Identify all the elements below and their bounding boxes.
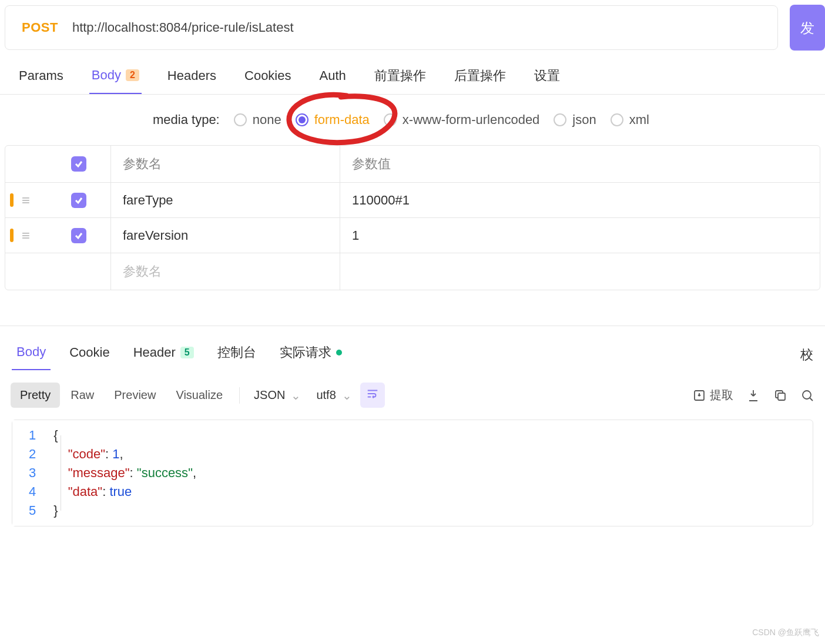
line-gutter: 12345 [12,420,44,526]
table-row: ≡ fareVersion 1 [5,217,820,253]
param-value-placeholder[interactable] [340,253,820,290]
encoding-select[interactable]: utf8 ⌄ [309,388,358,402]
extract-button[interactable]: 提取 [692,387,733,403]
radio-xml[interactable]: xml [611,112,649,128]
search-icon[interactable] [800,388,814,402]
response-tabs: Body Cookie Header 5 控制台 实际请求 校 [0,334,825,371]
send-button[interactable]: 发 [790,5,825,51]
param-name-placeholder[interactable]: 参数名 [111,253,340,290]
checkbox-row[interactable] [71,193,86,208]
header-param-value: 参数值 [340,146,820,182]
tab-post-request[interactable]: 后置操作 [452,67,508,94]
body-count-badge: 2 [126,69,139,81]
param-value-cell[interactable]: 110000#1 [340,183,820,217]
svg-point-2 [803,391,811,399]
tab-cookies[interactable]: Cookies [242,67,293,94]
wrap-toggle-button[interactable] [360,383,385,408]
status-dot-icon [336,350,342,355]
fmt-visualize[interactable]: Visualize [166,383,232,408]
param-name-cell[interactable]: fareVersion [111,218,340,253]
header-param-name: 参数名 [111,146,340,182]
fmt-pretty[interactable]: Pretty [11,383,60,408]
download-icon[interactable] [746,388,760,402]
resp-tab-console[interactable]: 控制台 [213,339,261,371]
tab-body[interactable]: Body 2 [89,67,142,94]
resp-tab-body[interactable]: Body [12,340,51,370]
response-body-code[interactable]: 12345 { "code": 1, "message": "success",… [12,420,813,526]
chevron-down-icon: ⌄ [342,388,352,402]
media-type-row: media type: none form-data x-www-form-ur… [0,95,825,145]
drag-handle-icon[interactable]: ≡ [22,227,30,244]
request-url-bar: POST http://localhost:8084/price-rule/is… [5,5,825,51]
table-header-row: 参数名 参数值 [5,146,820,182]
param-name-cell[interactable]: fareType [111,183,340,217]
tab-auth[interactable]: Auth [317,67,348,94]
params-table: 参数名 参数值 ≡ fareType 110000#1 ≡ fareVersio… [5,145,820,290]
param-value-cell[interactable]: 1 [340,218,820,253]
url-input-box[interactable]: POST http://localhost:8084/price-rule/is… [5,5,778,50]
radio-form-data[interactable]: form-data [296,112,370,128]
code-content[interactable]: { "code": 1, "message": "success", "data… [44,420,813,526]
radio-none[interactable]: none [234,112,281,128]
fmt-preview[interactable]: Preview [105,383,165,408]
checkbox-row[interactable] [71,228,86,243]
tab-headers[interactable]: Headers [165,67,219,94]
svg-rect-1 [778,393,785,400]
chevron-down-icon: ⌄ [291,388,301,402]
copy-icon[interactable] [773,388,787,402]
resp-right-label[interactable]: 校 [800,346,813,364]
drag-handle-icon[interactable]: ≡ [22,192,30,209]
tab-pre-request[interactable]: 前置操作 [372,67,428,94]
url-text[interactable]: http://localhost:8084/price-rule/isLates… [72,20,294,35]
request-tabs: Params Body 2 Headers Cookies Auth 前置操作 … [0,51,825,95]
resp-tab-cookie[interactable]: Cookie [65,340,114,370]
http-method[interactable]: POST [22,20,58,35]
radio-json[interactable]: json [554,112,596,128]
checkbox-all[interactable] [71,156,86,172]
table-row-new: 参数名 [5,253,820,290]
resp-tab-header[interactable]: Header 5 [129,340,199,370]
media-type-label: media type: [153,112,220,128]
radio-urlencoded[interactable]: x-www-form-urlencoded [384,112,540,128]
tab-params[interactable]: Params [16,67,66,94]
tab-settings[interactable]: 设置 [532,67,562,94]
fmt-raw[interactable]: Raw [61,383,103,408]
resp-tab-actual[interactable]: 实际请求 [275,339,347,371]
format-toolbar: Pretty Raw Preview Visualize JSON ⌄ utf8… [0,371,825,420]
format-type-select[interactable]: JSON ⌄ [247,388,308,402]
response-section: Body Cookie Header 5 控制台 实际请求 校 Pretty R… [0,326,825,526]
header-count-badge: 5 [180,347,194,358]
table-row: ≡ fareType 110000#1 [5,182,820,217]
